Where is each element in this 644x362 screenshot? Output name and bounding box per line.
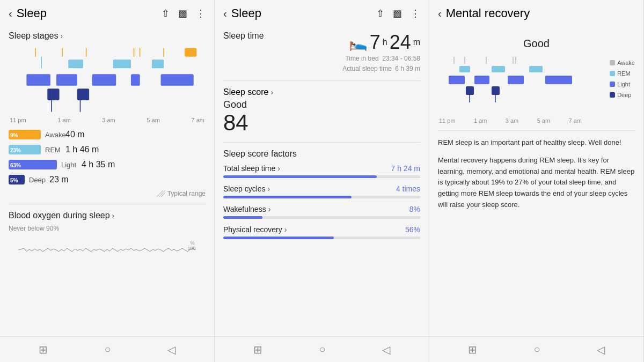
blood-oxygen-chevron: ›	[112, 211, 115, 220]
legend-deep	[610, 92, 615, 98]
legend-awake	[610, 60, 615, 65]
back-button-3[interactable]: ‹	[438, 8, 442, 20]
stage-rem: 23% REM 1 h 46 m	[9, 145, 206, 154]
typical-range: Typical range	[9, 190, 206, 197]
nav-icon-2[interactable]: ○	[104, 343, 111, 356]
svg-rect-8	[68, 60, 83, 68]
nav-icon-7[interactable]: ⊞	[468, 343, 477, 356]
divider-1	[9, 204, 206, 204]
svg-rect-37	[466, 86, 474, 95]
svg-rect-12	[56, 74, 77, 86]
legend-rem	[610, 71, 615, 76]
svg-rect-14	[131, 74, 140, 86]
panel3-content: Good	[429, 27, 643, 336]
divider-2b	[223, 142, 420, 143]
progress-wakefulness	[223, 216, 420, 219]
panel-sleep-score: ‹ Sleep ⇧ ▩ ⋮ Sleep time 🛌 7 h 24 m Time…	[215, 0, 429, 362]
legend-light	[610, 82, 615, 87]
progress-fill-total-sleep	[223, 175, 377, 178]
svg-rect-38	[492, 86, 500, 95]
time-labels-3: 11 pm 1 am 3 am 5 am 7 am	[438, 117, 583, 124]
mental-recovery-chart: Awake REM Light Deep	[438, 54, 635, 115]
svg-rect-9	[113, 60, 131, 68]
sleep-stages-chart	[9, 45, 206, 115]
sleep-time-detail: Time in bed 23:34 - 06:58 Actual sleep t…	[342, 54, 420, 74]
sleep-time-section: Sleep time 🛌 7 h 24 m Time in bed 23:34 …	[223, 31, 420, 74]
nav-icon-9[interactable]: ◁	[597, 343, 605, 356]
stage-light: 63% Light 4 h 35 m	[9, 160, 206, 169]
blood-oxygen-section[interactable]: Blood oxygen during sleep ›	[9, 211, 206, 220]
svg-rect-34	[474, 76, 489, 84]
hatch-icon	[157, 190, 165, 197]
progress-fill-physical-recovery	[223, 237, 334, 239]
header-panel1: ‹ Sleep ⇧ ▩ ⋮	[0, 0, 214, 27]
blood-oxygen-sub: Never below 90%	[9, 225, 206, 232]
back-button-2[interactable]: ‹	[223, 8, 227, 20]
header-panel2: ‹ Sleep ⇧ ▩ ⋮	[215, 0, 429, 27]
nav-icon-4[interactable]: ⊞	[253, 343, 262, 356]
more-button-2[interactable]: ⋮	[411, 8, 420, 19]
svg-rect-31	[492, 66, 505, 72]
panel3-title: Mental recovery	[446, 6, 530, 20]
panel-sleep-stages: ‹ Sleep ⇧ ▩ ⋮ Sleep stages ›	[0, 0, 215, 362]
good-label: Good	[438, 38, 635, 50]
chart-button-1[interactable]: ▩	[178, 8, 187, 19]
svg-rect-16	[47, 88, 59, 100]
bottom-nav-3: ⊞ ○ ◁	[429, 336, 643, 362]
nav-icon-5[interactable]: ○	[319, 343, 325, 356]
progress-total-sleep	[223, 175, 420, 178]
score-good-label: Good	[223, 99, 420, 110]
svg-rect-13	[92, 74, 116, 86]
nav-icon-6[interactable]: ◁	[382, 343, 390, 356]
factors-title: Sleep score factors	[223, 149, 420, 159]
panel1-title: Sleep	[17, 6, 162, 20]
nav-icon-3[interactable]: ◁	[167, 343, 175, 356]
factor-wakefulness: Wakefulness › 8%	[223, 205, 420, 219]
score-number: 84	[223, 110, 420, 135]
panel1-content: Sleep stages ›	[0, 27, 214, 336]
share-button-1[interactable]: ⇧	[162, 8, 170, 19]
sleep-score-chevron: ›	[271, 88, 274, 97]
share-button-2[interactable]: ⇧	[376, 8, 384, 19]
nav-icon-1[interactable]: ⊞	[39, 343, 48, 356]
panel2-title: Sleep	[231, 6, 376, 20]
blood-oxygen-chart: % 100	[9, 237, 206, 263]
progress-fill-sleep-cycles	[223, 196, 352, 198]
sleep-stages-section[interactable]: Sleep stages ›	[9, 31, 206, 41]
progress-physical-recovery	[223, 237, 420, 239]
factor-sleep-cycles: Sleep cycles › 4 times	[223, 184, 420, 198]
svg-rect-30	[459, 66, 470, 72]
divider-3	[438, 130, 635, 131]
svg-rect-33	[449, 76, 465, 84]
svg-rect-6	[185, 48, 196, 56]
svg-rect-36	[545, 76, 572, 84]
bottom-nav-2: ⊞ ○ ◁	[215, 336, 429, 362]
sleep-stages-chevron: ›	[61, 32, 63, 40]
svg-rect-10	[152, 60, 164, 68]
back-button-1[interactable]: ‹	[9, 8, 12, 20]
factor-total-sleep: Total sleep time › 7 h 24 m	[223, 164, 420, 178]
svg-text:%: %	[191, 240, 195, 246]
svg-rect-32	[529, 66, 543, 72]
info-text-2: Mental recovery happens during REM sleep…	[438, 155, 635, 211]
chart-legend: Awake REM Light Deep	[610, 60, 635, 98]
progress-sleep-cycles	[223, 196, 420, 198]
panel-mental-recovery: ‹ Mental recovery Good	[429, 0, 644, 362]
chart-button-2[interactable]: ▩	[393, 8, 402, 19]
sleep-score-header[interactable]: Sleep score ›	[223, 87, 420, 97]
factor-physical-recovery: Physical recovery › 56%	[223, 225, 420, 239]
info-text-1: REM sleep is an important part of health…	[438, 137, 635, 149]
panel2-content: Sleep time 🛌 7 h 24 m Time in bed 23:34 …	[215, 27, 429, 336]
more-button-1[interactable]: ⋮	[196, 8, 206, 19]
stage-deep: 5% Deep 23 m	[9, 175, 206, 184]
stage-awake: 9% Awake 40 m	[9, 130, 206, 139]
nav-icon-8[interactable]: ○	[533, 343, 540, 356]
svg-rect-35	[508, 76, 524, 84]
bed-icon: 🛌	[349, 34, 368, 51]
svg-rect-15	[161, 74, 194, 86]
svg-rect-11	[26, 74, 50, 86]
header-panel3: ‹ Mental recovery	[429, 0, 643, 27]
svg-text:100: 100	[188, 246, 196, 251]
bottom-nav-1: ⊞ ○ ◁	[0, 336, 214, 362]
time-labels-1: 11 pm 1 am 3 am 5 am 7 am	[9, 117, 206, 123]
